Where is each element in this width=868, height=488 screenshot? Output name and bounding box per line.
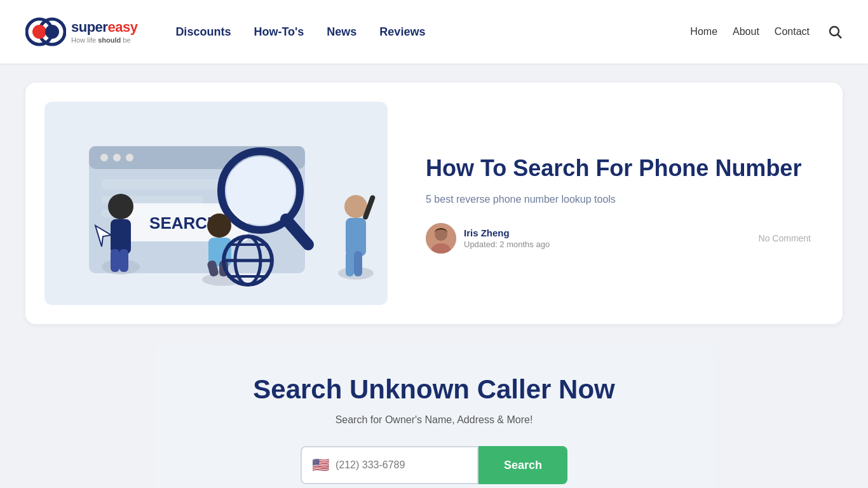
no-comment: No Comment [759, 233, 811, 243]
main-content: SEARCH [0, 64, 868, 488]
flag-icon: 🇺🇸 [312, 457, 329, 473]
header-right: Home About Contact [690, 24, 843, 39]
search-form: 🇺🇸 Search [180, 446, 688, 484]
svg-rect-22 [111, 219, 131, 254]
phone-input-wrap: 🇺🇸 [301, 446, 478, 484]
search-widget: Search Unknown Caller Now Search for Own… [154, 343, 714, 488]
logo-icon [25, 11, 66, 52]
author-info: Iris Zheng Updated: 2 months ago [426, 223, 550, 254]
article-meta: Iris Zheng Updated: 2 months ago No Comm… [426, 223, 811, 254]
svg-rect-30 [354, 251, 362, 276]
secondary-nav: Home About Contact [690, 26, 810, 37]
svg-line-5 [838, 35, 842, 39]
article-subtitle: 5 best reverse phone number lookup tools [426, 194, 811, 205]
svg-point-21 [108, 194, 133, 219]
svg-rect-23 [111, 249, 119, 272]
author-date: Updated: 2 months ago [464, 240, 550, 249]
nav-howtos[interactable]: How-To's [254, 23, 304, 41]
phone-input[interactable] [336, 459, 467, 471]
nav-reviews[interactable]: Reviews [379, 23, 425, 41]
search-icon [827, 24, 843, 39]
article-content: How To Search For Phone Number 5 best re… [426, 154, 811, 254]
nav-contact[interactable]: Contact [775, 26, 810, 37]
svg-rect-12 [102, 179, 229, 189]
header: super easy How life should be Discounts … [0, 0, 868, 64]
author-name: Iris Zheng [464, 227, 550, 238]
search-button[interactable]: Search [478, 446, 567, 484]
main-nav: Discounts How-To's News Reviews [175, 23, 425, 41]
logo-tagline: How life should be [71, 36, 137, 44]
nav-about[interactable]: About [733, 26, 759, 37]
svg-point-4 [830, 27, 839, 36]
svg-rect-24 [119, 249, 128, 272]
avatar [426, 223, 456, 254]
svg-point-2 [32, 25, 46, 39]
nav-news[interactable]: News [327, 23, 356, 41]
nav-home[interactable]: Home [690, 26, 717, 37]
header-left: super easy How life should be Discounts … [25, 11, 425, 52]
logo-text: super easy How life should be [71, 20, 137, 44]
widget-subtitle: Search for Owner's Name, Address & More! [180, 414, 688, 426]
nav-discounts[interactable]: Discounts [175, 23, 231, 41]
widget-title: Search Unknown Caller Now [180, 374, 688, 405]
logo-super: super [71, 20, 107, 35]
svg-point-10 [113, 154, 121, 161]
svg-rect-29 [346, 251, 354, 276]
author-text: Iris Zheng Updated: 2 months ago [464, 227, 550, 249]
logo-easy: easy [107, 20, 137, 35]
article-card: SEARCH [25, 83, 843, 324]
search-icon-button[interactable] [827, 24, 843, 39]
illustration-svg: SEARCH [51, 108, 381, 299]
avatar-illustration [426, 223, 456, 254]
svg-point-3 [45, 25, 59, 39]
svg-point-11 [126, 154, 133, 161]
logo[interactable]: super easy How life should be [25, 11, 137, 52]
article-title: How To Search For Phone Number [426, 154, 811, 182]
svg-point-33 [207, 214, 231, 238]
article-illustration: SEARCH [44, 102, 388, 305]
svg-point-9 [100, 154, 108, 161]
svg-rect-28 [346, 218, 366, 256]
